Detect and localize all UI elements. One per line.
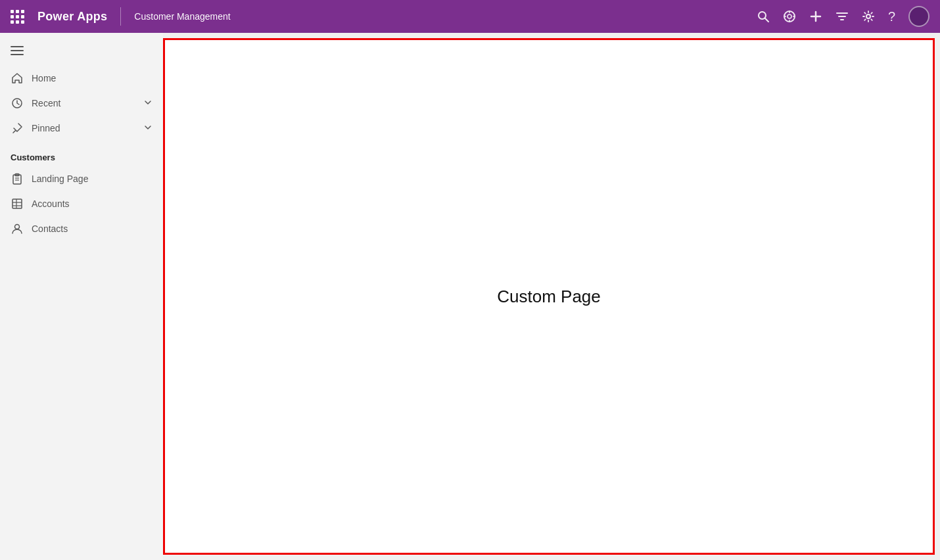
pin-icon (11, 122, 24, 134)
clipboard-icon (11, 173, 24, 185)
main-layout: Home Recent Pinn (0, 33, 940, 560)
contacts-label: Contacts (32, 223, 68, 234)
svg-point-3 (787, 14, 791, 18)
svg-point-23 (15, 225, 20, 229)
sidebar-item-accounts[interactable]: Accounts (0, 191, 163, 216)
topbar-divider (120, 7, 121, 26)
add-icon[interactable] (809, 10, 822, 23)
content-frame: Custom Page (163, 38, 935, 555)
custom-page-label: Custom Page (497, 287, 601, 307)
app-name: Power Apps (37, 10, 107, 24)
person-icon (11, 223, 24, 235)
target-icon[interactable] (783, 10, 796, 23)
clock-icon (11, 97, 24, 109)
accounts-label: Accounts (32, 198, 70, 209)
sidebar-item-landing-page[interactable]: Landing Page (0, 166, 163, 191)
help-icon[interactable]: ? (888, 9, 895, 24)
sidebar-item-home[interactable]: Home (0, 66, 163, 91)
sidebar-recent-label: Recent (32, 98, 135, 108)
search-icon[interactable] (757, 10, 770, 23)
home-icon (11, 72, 24, 84)
user-avatar[interactable] (908, 6, 929, 27)
sidebar-item-contacts[interactable]: Contacts (0, 216, 163, 241)
filter-icon[interactable] (835, 10, 849, 23)
hamburger-menu[interactable] (0, 41, 163, 66)
content-area: Custom Page (163, 33, 940, 560)
recent-chevron-icon (143, 98, 153, 109)
hamburger-icon (11, 46, 24, 55)
page-title: Customer Management (134, 11, 230, 22)
svg-line-1 (764, 18, 768, 22)
sidebar-item-pinned[interactable]: Pinned (0, 116, 163, 141)
customers-section-header: Customers (0, 141, 163, 166)
svg-rect-19 (12, 199, 22, 208)
pinned-chevron-icon (143, 123, 153, 134)
svg-point-13 (866, 14, 870, 18)
sidebar: Home Recent Pinn (0, 33, 163, 560)
sidebar-item-recent[interactable]: Recent (0, 91, 163, 116)
sidebar-home-label: Home (32, 73, 153, 83)
topbar: Power Apps Customer Management (0, 0, 940, 33)
sidebar-pinned-label: Pinned (32, 123, 135, 133)
waffle-menu[interactable] (11, 10, 24, 24)
table-icon (11, 198, 24, 210)
landing-page-label: Landing Page (32, 174, 88, 184)
topbar-icons: ? (757, 6, 929, 27)
settings-icon[interactable] (862, 10, 875, 23)
